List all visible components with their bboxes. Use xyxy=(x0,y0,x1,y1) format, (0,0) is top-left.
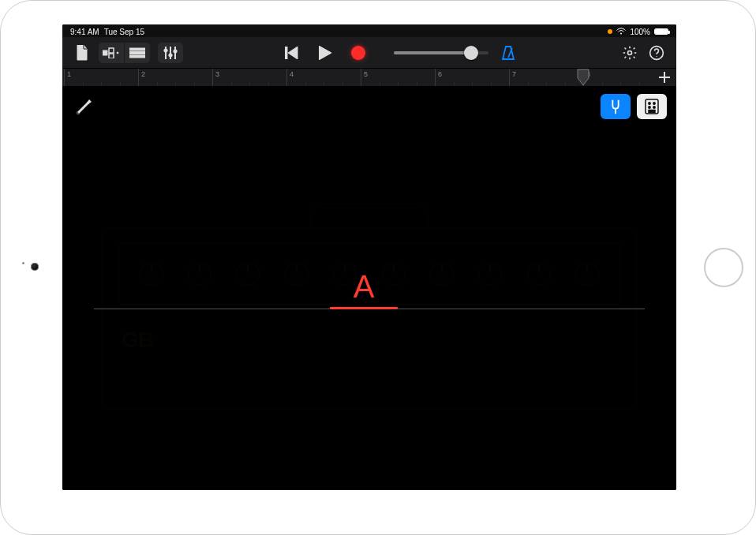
ruler-bar-label: 7 xyxy=(509,69,516,86)
track-controls-button[interactable] xyxy=(158,43,183,63)
stompbox-toggle-button[interactable] xyxy=(637,94,667,119)
my-songs-button[interactable] xyxy=(69,43,95,63)
svg-marker-16 xyxy=(319,46,331,60)
ruler-bar-label: 4 xyxy=(286,69,294,86)
svg-rect-3 xyxy=(109,54,114,58)
ruler-bar-label: 2 xyxy=(138,69,145,86)
amp-backdrop: GB xyxy=(102,228,637,410)
svg-point-0 xyxy=(620,33,622,35)
plus-icon xyxy=(659,72,670,83)
svg-point-29 xyxy=(649,103,650,104)
volume-thumb[interactable] xyxy=(464,46,478,60)
settings-button[interactable] xyxy=(616,43,643,63)
add-section-button[interactable] xyxy=(656,69,673,86)
status-bar: 9:41 AM Tue Sep 15 100% xyxy=(62,24,676,37)
svg-rect-33 xyxy=(649,110,655,113)
browser-icon xyxy=(103,47,120,58)
tracks-icon xyxy=(129,47,145,58)
view-toggle-group xyxy=(601,94,667,119)
status-date: Tue Sep 15 xyxy=(104,28,144,36)
input-jack-icon xyxy=(73,97,94,118)
ruler-bar-label: 6 xyxy=(435,69,442,86)
metronome-button[interactable] xyxy=(495,43,522,63)
mic-in-use-indicator-icon xyxy=(608,29,612,34)
svg-rect-2 xyxy=(109,48,114,53)
tuning-fork-icon xyxy=(607,98,624,115)
svg-point-19 xyxy=(628,51,632,54)
battery-percentage: 100% xyxy=(630,28,650,36)
input-settings-button[interactable] xyxy=(72,95,95,119)
help-button[interactable] xyxy=(643,43,670,63)
front-camera xyxy=(31,263,39,271)
tuner-toggle-button[interactable] xyxy=(601,94,631,119)
view-group xyxy=(99,43,150,63)
tuner-view: GB A xyxy=(62,86,676,490)
controls-group xyxy=(158,43,183,63)
wifi-icon xyxy=(616,28,626,36)
ipad-frame: 9:41 AM Tue Sep 15 100% xyxy=(0,0,756,535)
amp-knob xyxy=(236,262,260,286)
battery-icon xyxy=(654,28,668,35)
ruler-bar-label: 1 xyxy=(64,69,71,86)
svg-rect-5 xyxy=(129,48,145,51)
svg-line-25 xyxy=(79,103,88,112)
screen: 9:41 AM Tue Sep 15 100% xyxy=(62,24,676,490)
record-button[interactable] xyxy=(345,43,372,63)
camera-speck xyxy=(22,262,24,264)
svg-point-4 xyxy=(117,52,118,54)
amp-knob xyxy=(188,262,211,286)
svg-point-21 xyxy=(656,55,657,56)
track-controls-icon xyxy=(163,47,178,59)
amp-knob xyxy=(478,262,502,286)
amp-knob xyxy=(430,262,454,286)
transport-controls xyxy=(279,43,372,63)
ruler-bar-label: 5 xyxy=(361,69,368,86)
svg-point-30 xyxy=(653,103,655,104)
settings-gear-icon xyxy=(622,45,638,61)
svg-point-11 xyxy=(169,53,172,56)
playhead[interactable] xyxy=(577,69,589,86)
play-button[interactable] xyxy=(312,43,339,63)
toolbar xyxy=(62,37,676,69)
home-button[interactable] xyxy=(704,248,743,287)
amp-knob xyxy=(285,262,309,286)
svg-marker-15 xyxy=(288,47,298,59)
svg-rect-6 xyxy=(129,51,145,54)
amp-logo: GB xyxy=(122,327,153,353)
metronome-icon xyxy=(501,45,515,61)
tuner-note-label: A xyxy=(340,269,387,305)
stompbox-icon xyxy=(644,98,660,115)
timeline-ruler[interactable]: 12345678 xyxy=(62,69,676,86)
svg-point-31 xyxy=(649,107,650,108)
ruler-bar-label: 3 xyxy=(212,69,219,86)
help-icon xyxy=(649,45,664,61)
status-time: 9:41 AM xyxy=(70,28,99,36)
volume-fill xyxy=(394,51,471,54)
tuner-pitch-indicator xyxy=(330,307,398,309)
master-volume-slider[interactable] xyxy=(394,51,488,54)
amp-knob xyxy=(140,262,163,286)
amp-handle xyxy=(310,204,429,227)
amp-knob xyxy=(575,262,599,286)
record-icon xyxy=(351,46,365,60)
browser-button[interactable] xyxy=(99,43,124,63)
svg-rect-1 xyxy=(103,51,107,55)
play-icon xyxy=(319,46,331,60)
svg-point-13 xyxy=(174,49,177,52)
svg-rect-7 xyxy=(129,55,145,58)
my-songs-icon xyxy=(76,45,88,61)
go-to-beginning-button[interactable] xyxy=(279,43,305,63)
svg-point-32 xyxy=(653,107,655,108)
svg-rect-14 xyxy=(285,47,287,59)
svg-point-9 xyxy=(164,48,167,51)
amp-knob xyxy=(527,262,551,286)
tracks-button[interactable] xyxy=(125,43,150,63)
previous-icon xyxy=(285,47,299,59)
